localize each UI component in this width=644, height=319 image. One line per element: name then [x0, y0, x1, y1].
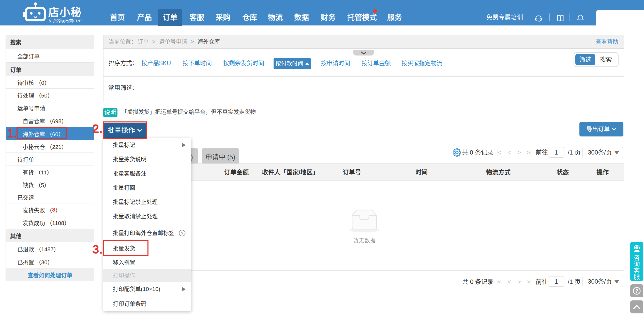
- svg-text:?: ?: [181, 231, 183, 236]
- svg-text:?: ?: [635, 288, 638, 294]
